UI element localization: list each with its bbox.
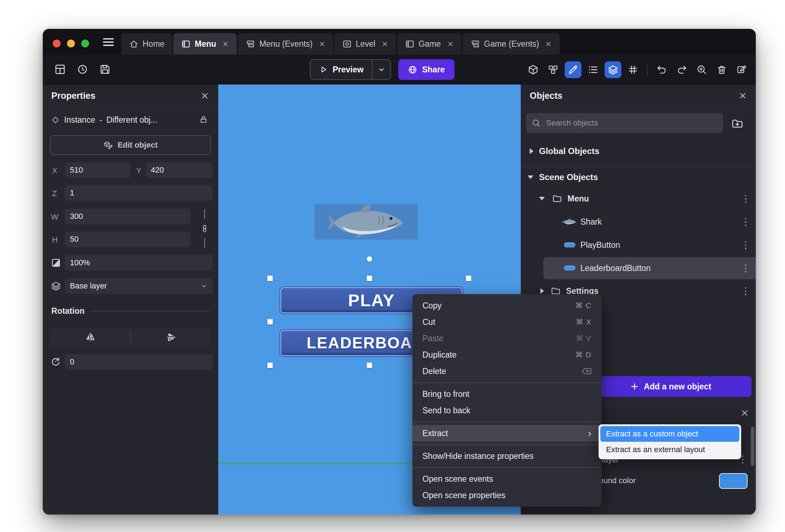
menu-item-open-scene-events[interactable]: Open scene events	[412, 471, 601, 487]
folder-row-menu[interactable]: Menu ⋮	[521, 188, 756, 209]
height-input[interactable]	[65, 231, 190, 247]
maximize-window-button[interactable]	[81, 40, 89, 47]
tab-close-icon[interactable]	[381, 41, 388, 47]
rotation-title: Rotation	[51, 306, 84, 316]
scrollbar-thumb[interactable]	[751, 427, 754, 466]
y-label: Y	[136, 166, 142, 175]
project-manager-icon[interactable]	[54, 63, 66, 75]
resize-handle-bottom-center[interactable]	[367, 363, 372, 368]
resize-handle-bottom-left[interactable]	[267, 363, 273, 368]
shark-sprite[interactable]	[314, 204, 418, 240]
rotate-handle[interactable]	[367, 256, 372, 262]
menu-item-label: Duplicate	[422, 350, 457, 360]
menu-item-send-to-back[interactable]: Send to back	[412, 402, 601, 419]
tab-close-icon[interactable]	[447, 41, 454, 47]
submenu-item-label: Extract as a custom object	[606, 429, 698, 439]
level-icon	[342, 39, 352, 49]
history-icon[interactable]	[77, 63, 88, 75]
main-menu-icon[interactable]	[102, 36, 115, 48]
opacity-input[interactable]	[65, 255, 213, 271]
object-row-playbutton[interactable]: PlayButton ⋮	[521, 234, 756, 256]
menu-item-delete[interactable]: Delete	[412, 363, 601, 379]
menu-item-cut[interactable]: Cut ⌘ X	[412, 314, 601, 330]
y-input[interactable]	[146, 162, 213, 178]
redo-button[interactable]	[673, 61, 690, 78]
close-icon[interactable]	[200, 91, 209, 100]
tab-close-icon[interactable]	[319, 41, 325, 47]
grid-toggle-button[interactable]	[625, 61, 641, 78]
menu-item-label: Extract	[422, 429, 448, 438]
share-button[interactable]: Share	[398, 59, 455, 80]
add-folder-icon[interactable]	[731, 117, 744, 130]
resize-handle-top-center[interactable]	[367, 276, 372, 281]
menu-item-copy[interactable]: Copy ⌘ C	[412, 297, 601, 314]
menu-item-bring-to-front[interactable]: Bring to front	[412, 386, 601, 402]
objects-list-button[interactable]	[545, 61, 561, 78]
menu-item-duplicate[interactable]: Duplicate ⌘ D	[412, 347, 601, 363]
menu-shortcut: ⌘ X	[576, 318, 591, 326]
kebab-menu-icon[interactable]: ⋮	[741, 264, 749, 273]
lock-icon[interactable]	[199, 115, 208, 124]
caret-down-icon[interactable]	[539, 197, 545, 200]
edit-scene-button[interactable]	[733, 61, 750, 78]
resize-handle-middle-left[interactable]	[267, 319, 273, 324]
kebab-menu-icon[interactable]: ⋮	[741, 194, 749, 204]
rotation-input[interactable]	[65, 354, 213, 370]
properties-toggle-button[interactable]	[565, 61, 581, 78]
resize-handle-top-left[interactable]	[267, 276, 273, 281]
tab-game-events[interactable]: Game (Events)	[463, 33, 560, 55]
flip-horizontal-button[interactable]	[50, 328, 130, 346]
preview-button[interactable]: Preview	[311, 65, 372, 75]
x-input[interactable]	[65, 162, 130, 178]
kebab-menu-icon[interactable]: ⋮	[741, 240, 749, 250]
submenu-item-label: Extract as an external layout	[606, 445, 705, 454]
submenu-item-extract-external-layout[interactable]: Extract as an external layout	[600, 442, 739, 457]
object-row-leaderboardbutton[interactable]: LeaderboardButton ⋮	[521, 257, 756, 279]
instances-list-button[interactable]	[585, 61, 601, 78]
menu-item-extract[interactable]: Extract ›	[412, 425, 601, 441]
tab-close-icon[interactable]	[222, 41, 229, 47]
tab-menu-events[interactable]: Menu (Events)	[238, 33, 333, 55]
caret-right-icon[interactable]	[540, 288, 544, 294]
toggle-3d-button[interactable]	[525, 61, 542, 78]
properties-title: Properties	[51, 91, 96, 101]
edit-object-button[interactable]: Edit object	[50, 135, 211, 155]
flip-vertical-button[interactable]	[131, 328, 211, 346]
global-objects-row[interactable]: Global Objects	[521, 141, 756, 162]
resize-handle-top-right[interactable]	[466, 276, 471, 281]
caret-down-icon[interactable]	[528, 175, 533, 179]
save-icon[interactable]	[99, 63, 111, 75]
scene-objects-row[interactable]: Scene Objects	[521, 168, 756, 186]
search-input[interactable]	[526, 113, 723, 133]
tab-home[interactable]: Home	[121, 33, 172, 55]
menu-item-show-hide-instance-properties[interactable]: Show/Hide instance properties	[412, 448, 601, 464]
tab-close-icon[interactable]	[545, 41, 552, 47]
zoom-button[interactable]	[693, 61, 710, 78]
tab-menu[interactable]: Menu	[173, 33, 237, 55]
menu-shortcut: ⌘ C	[575, 301, 591, 310]
background-color-swatch[interactable]	[719, 473, 748, 489]
kebab-menu-icon[interactable]: ⋮	[741, 217, 749, 227]
kebab-menu-icon[interactable]: ⋮	[741, 286, 749, 296]
layers-toggle-button[interactable]	[605, 61, 621, 78]
width-input[interactable]	[65, 209, 190, 224]
delete-button[interactable]	[713, 61, 730, 78]
minimize-window-button[interactable]	[67, 40, 75, 47]
add-new-object-button[interactable]: Add a new object	[590, 376, 751, 397]
object-row-shark[interactable]: Shark ⋮	[521, 211, 756, 232]
submenu-item-extract-custom-object[interactable]: Extract as a custom object	[600, 426, 739, 442]
search-box	[526, 113, 723, 133]
close-window-button[interactable]	[53, 40, 61, 47]
wh-link-toggle[interactable]	[200, 209, 210, 248]
close-icon[interactable]	[738, 91, 747, 100]
preview-label: Preview	[333, 65, 364, 75]
tab-game[interactable]: Game	[397, 33, 462, 55]
close-icon[interactable]	[740, 408, 749, 418]
layer-select[interactable]: Base layer	[65, 278, 213, 294]
z-input[interactable]	[65, 185, 213, 201]
undo-button[interactable]	[653, 61, 670, 78]
preview-options-button[interactable]	[373, 65, 390, 74]
menu-item-open-scene-properties[interactable]: Open scene properties	[412, 487, 601, 503]
caret-right-icon[interactable]	[530, 148, 533, 154]
tab-level[interactable]: Level	[334, 33, 396, 55]
